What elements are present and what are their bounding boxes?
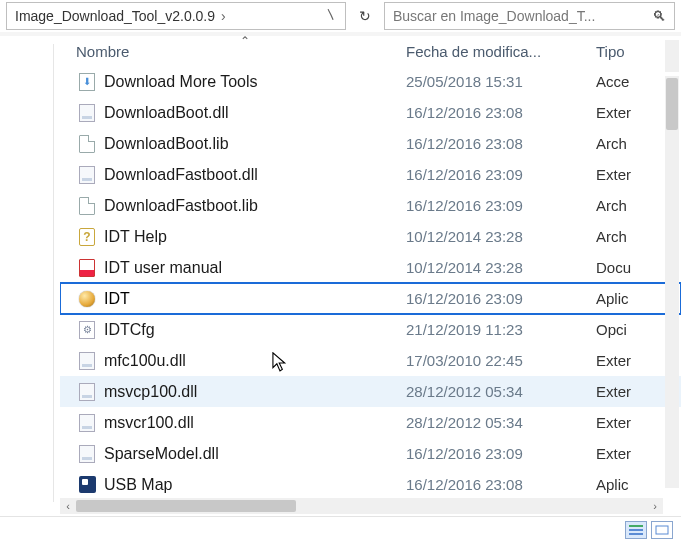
file-date: 28/12/2012 05:34 (406, 414, 596, 431)
exe-icon (76, 291, 98, 307)
file-date: 17/03/2010 22:45 (406, 352, 596, 369)
scroll-right-icon[interactable]: › (647, 498, 663, 514)
horizontal-scroll-track[interactable] (76, 499, 647, 513)
file-row[interactable]: DownloadFastboot.dll16/12/2016 23:09Exte… (60, 159, 681, 190)
file-name: IDT user manual (98, 259, 406, 277)
dll-icon (76, 352, 98, 370)
file-date: 25/05/2018 15:31 (406, 73, 596, 90)
cfg-icon (76, 321, 98, 339)
file-name: msvcr100.dll (98, 414, 406, 432)
file-row[interactable]: DownloadBoot.lib16/12/2016 23:08Arch (60, 128, 681, 159)
view-details-button[interactable] (625, 521, 647, 539)
svg-rect-2 (629, 533, 643, 535)
search-placeholder: Buscar en Image_Download_T... (393, 8, 595, 24)
file-icon (76, 135, 98, 153)
help-icon (76, 228, 98, 246)
file-date: 10/12/2014 23:28 (406, 259, 596, 276)
file-name: SparseModel.dll (98, 445, 406, 463)
dll-icon (76, 414, 98, 432)
vertical-scroll-thumb[interactable] (666, 78, 678, 130)
nav-pane-collapsed[interactable] (0, 36, 60, 516)
history-dropdown-icon[interactable]: 〵 (325, 9, 337, 23)
column-header-type[interactable]: Tipo (596, 43, 681, 60)
file-name: DownloadBoot.lib (98, 135, 406, 153)
breadcrumb-folder: Image_Download_Tool_v2.0.0.9 (15, 8, 215, 24)
horizontal-scroll-thumb[interactable] (76, 500, 296, 512)
explorer-main: ⌃ Nombre Fecha de modifica... Tipo Downl… (0, 36, 681, 516)
file-date: 16/12/2016 23:09 (406, 197, 596, 214)
file-date: 10/12/2014 23:28 (406, 228, 596, 245)
status-bar (0, 516, 681, 542)
file-date: 16/12/2016 23:09 (406, 445, 596, 462)
file-list-pane: ⌃ Nombre Fecha de modifica... Tipo Downl… (60, 36, 681, 516)
pdf-icon (76, 259, 98, 277)
scroll-left-icon[interactable]: ‹ (60, 498, 76, 514)
search-box[interactable]: Buscar en Image_Download_T... 🔍︎ (384, 2, 675, 30)
file-row[interactable]: DownloadBoot.dll16/12/2016 23:08Exter (60, 97, 681, 128)
horizontal-scrollbar[interactable]: ‹ › (60, 498, 663, 514)
file-name: DownloadBoot.dll (98, 104, 406, 122)
file-date: 16/12/2016 23:09 (406, 290, 596, 307)
file-row[interactable]: msvcp100.dll28/12/2012 05:34Exter (60, 376, 681, 407)
dll-icon (76, 383, 98, 401)
file-name: msvcp100.dll (98, 383, 406, 401)
address-bar-row: Image_Download_Tool_v2.0.0.9 › 〵 ↻ Busca… (0, 0, 681, 32)
usb-icon (76, 476, 98, 493)
file-name: Download More Tools (98, 73, 406, 91)
file-rows: Download More Tools25/05/2018 15:31AcceD… (60, 66, 681, 500)
file-date: 16/12/2016 23:08 (406, 135, 596, 152)
file-row[interactable]: Download More Tools25/05/2018 15:31Acce (60, 66, 681, 97)
file-date: 16/12/2016 23:08 (406, 476, 596, 493)
file-row[interactable]: USB Map16/12/2016 23:08Aplic (60, 469, 681, 500)
svg-rect-3 (656, 526, 668, 534)
file-row[interactable]: DownloadFastboot.lib16/12/2016 23:09Arch (60, 190, 681, 221)
file-row[interactable]: SparseModel.dll16/12/2016 23:09Exter (60, 438, 681, 469)
column-header-date[interactable]: Fecha de modifica... (406, 43, 596, 60)
file-date: 16/12/2016 23:08 (406, 104, 596, 121)
file-row[interactable]: mfc100u.dll17/03/2010 22:45Exter (60, 345, 681, 376)
file-name: USB Map (98, 476, 406, 494)
file-name: IDTCfg (98, 321, 406, 339)
file-row[interactable]: IDTCfg21/12/2019 11:23Opci (60, 314, 681, 345)
column-headers: ⌃ Nombre Fecha de modifica... Tipo (60, 36, 681, 66)
file-icon (76, 197, 98, 215)
address-box[interactable]: Image_Download_Tool_v2.0.0.9 › 〵 (6, 2, 346, 30)
file-name: IDT (98, 290, 406, 308)
file-row[interactable]: msvcr100.dll28/12/2012 05:34Exter (60, 407, 681, 438)
file-name: DownloadFastboot.lib (98, 197, 406, 215)
file-name: IDT Help (98, 228, 406, 246)
file-date: 28/12/2012 05:34 (406, 383, 596, 400)
vertical-scrollbar[interactable] (665, 76, 679, 488)
file-row[interactable]: IDT16/12/2016 23:09Aplic (60, 283, 681, 314)
pane-separator[interactable] (53, 44, 54, 502)
file-row[interactable]: IDT user manual10/12/2014 23:28Docu (60, 252, 681, 283)
refresh-button[interactable]: ↻ (352, 3, 378, 29)
file-date: 21/12/2019 11:23 (406, 321, 596, 338)
file-name: DownloadFastboot.dll (98, 166, 406, 184)
dll-icon (76, 166, 98, 184)
breadcrumb-sep: › (221, 8, 226, 24)
file-name: mfc100u.dll (98, 352, 406, 370)
file-row[interactable]: IDT Help10/12/2014 23:28Arch (60, 221, 681, 252)
search-icon[interactable]: 🔍︎ (652, 8, 666, 24)
sort-indicator-icon: ⌃ (240, 36, 250, 48)
dll-icon (76, 445, 98, 463)
dll-icon (76, 104, 98, 122)
view-large-icons-button[interactable] (651, 521, 673, 539)
tool-icon (76, 73, 98, 91)
file-date: 16/12/2016 23:09 (406, 166, 596, 183)
svg-rect-1 (629, 529, 643, 531)
svg-rect-0 (629, 525, 643, 527)
